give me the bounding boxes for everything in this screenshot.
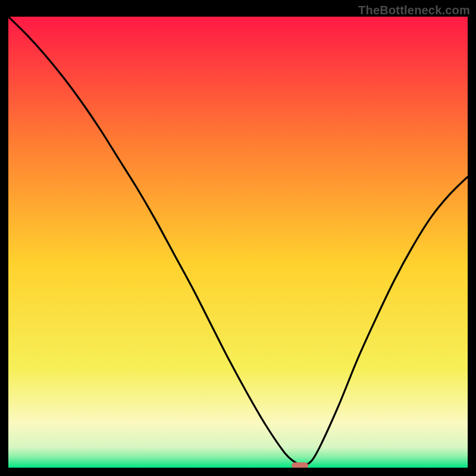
watermark-text: TheBottleneck.com bbox=[358, 4, 470, 17]
chart-svg bbox=[8, 17, 468, 468]
minimum-marker bbox=[292, 463, 308, 468]
plot-area bbox=[8, 17, 468, 468]
chart-stage: TheBottleneck.com bbox=[0, 0, 476, 476]
gradient-background bbox=[8, 17, 468, 468]
